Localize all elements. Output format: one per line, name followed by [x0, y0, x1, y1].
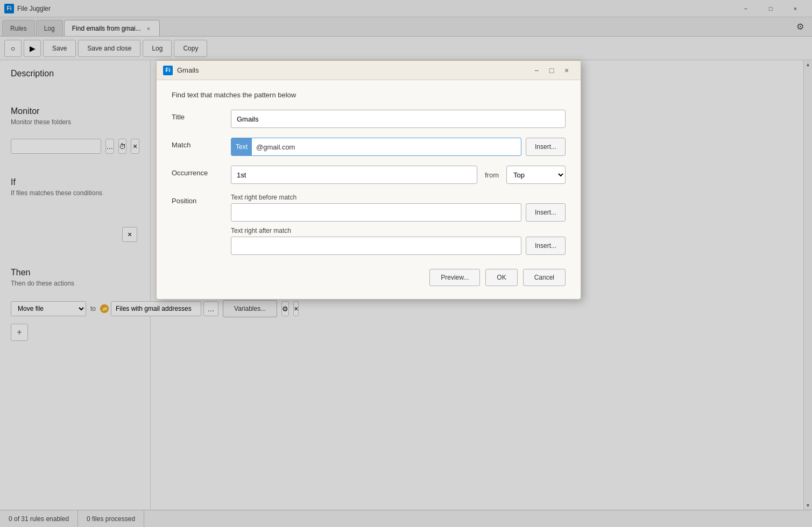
occurrence-field: from Top Bottom: [231, 166, 566, 184]
after-insert-button[interactable]: Insert...: [526, 237, 566, 255]
ok-button[interactable]: OK: [485, 269, 517, 286]
modal-minimize-button[interactable]: −: [529, 63, 544, 78]
modal-app-icon: Fi: [163, 66, 173, 75]
title-label: Title: [172, 110, 231, 121]
title-row: Title: [172, 110, 566, 128]
modal-footer: Preview... OK Cancel: [172, 265, 566, 286]
title-input[interactable]: [231, 110, 566, 128]
from-label: from: [482, 171, 502, 179]
occurrence-label: Occurrence: [172, 166, 231, 177]
modal-titlebar: Fi Gmails − □ ×: [157, 61, 581, 80]
position-label: Position: [172, 194, 231, 205]
match-input-wrap: Text: [231, 138, 521, 156]
before-match-input[interactable]: [231, 203, 521, 222]
cancel-button[interactable]: Cancel: [523, 269, 566, 286]
match-label: Match: [172, 138, 231, 149]
match-value-input[interactable]: [252, 143, 521, 151]
after-match-input[interactable]: [231, 237, 521, 255]
before-match-label: Text right before match: [231, 194, 566, 201]
match-field: Text Insert...: [231, 138, 566, 156]
preview-button[interactable]: Preview...: [429, 269, 480, 286]
after-match-label: Text right after match: [231, 227, 566, 234]
match-text-tag: Text: [231, 138, 252, 155]
modal-description: Find text that matches the pattern below: [172, 91, 566, 99]
modal-close-button[interactable]: ×: [559, 63, 574, 78]
from-select[interactable]: Top Bottom: [506, 166, 566, 184]
modal-overlay: Fi Gmails − □ × Find text that matches t…: [0, 0, 812, 527]
position-field: Text right before match Insert... Text r…: [231, 194, 566, 255]
position-row: Position Text right before match Insert.…: [172, 194, 566, 255]
occurrence-row: Occurrence from Top Bottom: [172, 166, 566, 184]
match-row: Match Text Insert...: [172, 138, 566, 156]
before-insert-button[interactable]: Insert...: [526, 203, 566, 222]
modal-maximize-button[interactable]: □: [544, 63, 559, 78]
modal-title: Gmails: [177, 66, 529, 74]
modal-body: Find text that matches the pattern below…: [157, 80, 581, 299]
occurrence-input[interactable]: [231, 166, 477, 184]
modal-dialog: Fi Gmails − □ × Find text that matches t…: [156, 60, 581, 300]
title-field: [231, 110, 566, 128]
match-insert-button[interactable]: Insert...: [526, 138, 566, 156]
